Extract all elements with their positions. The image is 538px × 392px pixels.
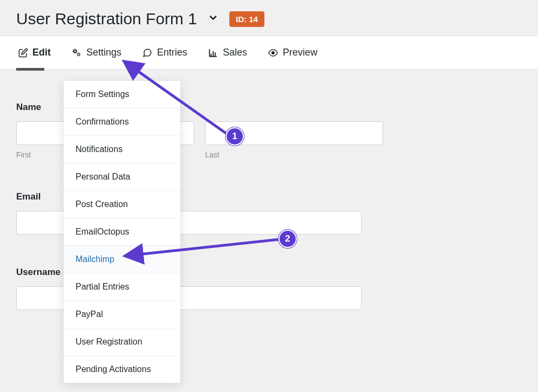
- form-tabbar: Edit Settings Entries Sales Preview: [0, 36, 538, 70]
- settings-menu-pending-activations[interactable]: Pending Activations: [64, 355, 180, 383]
- form-id-badge: ID: 14: [229, 11, 264, 27]
- settings-dropdown: Form Settings Confirmations Notification…: [64, 81, 180, 383]
- last-name-sublabel: Last: [205, 150, 383, 159]
- settings-menu-user-registration[interactable]: User Registration: [64, 328, 180, 355]
- tab-preview-label: Preview: [283, 47, 317, 58]
- page-header: User Registration Form 1 ID: 14: [0, 0, 538, 36]
- tab-settings-label: Settings: [86, 47, 121, 58]
- comment-icon: [142, 48, 153, 58]
- bar-chart-icon: [208, 48, 219, 58]
- settings-menu-mailchimp[interactable]: Mailchimp: [64, 245, 180, 273]
- settings-menu-emailoctopus[interactable]: EmailOctopus: [64, 218, 180, 245]
- tab-entries[interactable]: Entries: [140, 36, 189, 69]
- settings-menu-confirmations[interactable]: Confirmations: [64, 108, 180, 135]
- svg-point-7: [272, 51, 275, 54]
- gears-icon: [71, 48, 82, 58]
- tab-sales-label: Sales: [223, 47, 247, 58]
- settings-menu-notifications[interactable]: Notifications: [64, 135, 180, 163]
- svg-point-0: [74, 50, 77, 52]
- settings-menu-form-settings[interactable]: Form Settings: [64, 81, 180, 108]
- form-switcher-toggle[interactable]: [206, 10, 221, 27]
- settings-menu-paypal[interactable]: PayPal: [64, 300, 180, 328]
- chevron-down-icon: [208, 12, 219, 23]
- tab-edit-label: Edit: [32, 47, 51, 58]
- tab-sales[interactable]: Sales: [206, 36, 249, 69]
- eye-icon: [268, 48, 278, 58]
- tab-preview[interactable]: Preview: [265, 36, 319, 69]
- last-name-input[interactable]: [205, 121, 383, 145]
- settings-menu-personal-data[interactable]: Personal Data: [64, 163, 180, 190]
- tab-settings[interactable]: Settings: [69, 36, 124, 69]
- tab-entries-label: Entries: [157, 47, 187, 58]
- settings-menu-post-creation[interactable]: Post Creation: [64, 190, 180, 218]
- edit-icon: [18, 48, 28, 58]
- settings-menu-partial-entries[interactable]: Partial Entries: [64, 273, 180, 300]
- tab-edit[interactable]: Edit: [16, 36, 53, 69]
- page-title: User Registration Form 1: [16, 10, 197, 28]
- svg-point-1: [78, 53, 80, 56]
